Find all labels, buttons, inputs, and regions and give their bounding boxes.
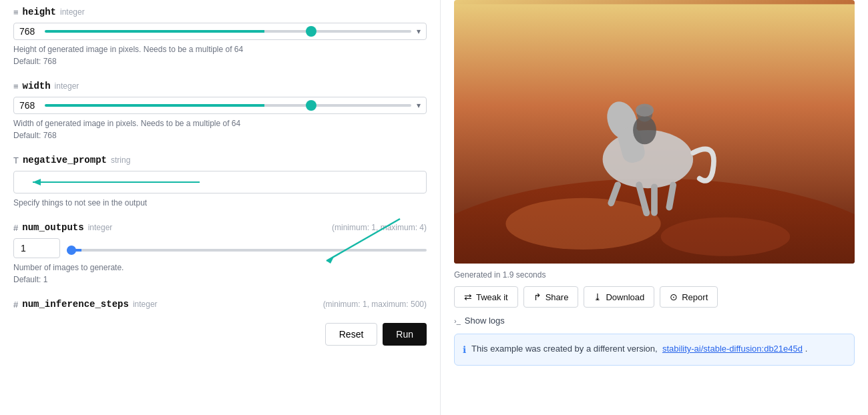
download-label: Download [606,292,644,302]
negative-prompt-field-block: T negative_prompt string Specify things … [13,155,427,209]
width-label: ≡ width integer [13,81,427,91]
svg-point-6 [505,198,660,250]
num-inference-steps-field-name: num_inference_steps [22,299,129,310]
info-text: This example was created by a different … [471,342,807,356]
info-icon: ℹ [463,343,466,357]
generated-image [454,0,855,264]
width-field-block: ≡ width integer 768 ▾ Width of generated… [13,81,427,141]
num-outputs-label: # num_outputs integer (minimum: 1, maxim… [13,222,427,233]
height-prefix-icon: ≡ [13,7,19,17]
width-desc: Width of generated image in pixels. Need… [13,117,427,141]
negative-prompt-field-type: string [111,155,130,165]
width-field-type: integer [55,81,79,91]
negative-prompt-prefix-icon: T [13,155,19,165]
share-icon: ↱ [533,292,541,302]
height-label: ≡ height integer [13,7,427,17]
height-field-block: ≡ height integer 768 ▾ Height of generat… [13,7,427,67]
num-outputs-field-type: integer [88,223,113,232]
num-inference-steps-field-block: # num_inference_steps integer (minimum: … [13,299,427,310]
negative-prompt-input[interactable] [19,177,421,187]
show-logs-row[interactable]: ›_ Show logs [454,316,855,326]
num-inference-steps-field-type: integer [133,300,158,309]
height-desc: Height of generated image in pixels. Nee… [13,43,427,67]
show-logs-arrow-icon: ›_ [454,317,461,325]
width-dropdown-arrow[interactable]: ▾ [417,101,421,110]
info-box: ℹ This example was created by a differen… [454,334,855,366]
action-buttons: ⇄ Tweak it ↱ Share ⤓ Download ⊙ Report [454,286,855,308]
negative-prompt-label: T negative_prompt string [13,155,427,165]
num-outputs-slider[interactable] [67,249,427,252]
download-button[interactable]: ⤓ Download [584,286,654,308]
width-field-name: width [23,81,51,91]
num-outputs-row [13,238,427,258]
right-panel: Generated in 1.9 seconds ⇄ Tweak it ↱ Sh… [441,0,868,415]
svg-point-17 [636,103,654,116]
download-icon: ⤓ [594,292,602,302]
height-slider-container[interactable]: 768 ▾ [13,23,427,40]
num-outputs-prefix-icon: # [13,223,18,233]
negative-prompt-field-name: negative_prompt [23,155,107,165]
num-inference-steps-constraint: (minimum: 1, maximum: 500) [323,300,427,309]
negative-prompt-desc: Specify things to not see in the output [13,197,427,209]
gen-time: Generated in 1.9 seconds [454,270,855,280]
num-outputs-slider-wrap [67,243,427,254]
tweak-icon: ⇄ [464,292,472,302]
horse-image-svg [454,0,855,264]
tweak-label: Tweak it [476,292,508,302]
num-outputs-desc: Number of images to generate. Default: 1 [13,262,427,286]
num-inference-steps-label: # num_inference_steps integer (minimum: … [13,299,427,310]
num-outputs-field-block: # num_outputs integer (minimum: 1, maxim… [13,222,427,286]
share-button[interactable]: ↱ Share [523,286,579,308]
svg-point-7 [661,218,791,256]
width-prefix-icon: ≡ [13,81,19,91]
height-dropdown-arrow[interactable]: ▾ [417,27,421,36]
run-button[interactable]: Run [383,323,427,346]
show-logs-label: Show logs [465,316,505,326]
height-value: 768 [19,26,39,37]
width-slider[interactable] [45,104,411,107]
width-value: 768 [19,100,39,111]
num-outputs-field-name: num_outputs [22,222,83,233]
width-slider-container[interactable]: 768 ▾ [13,97,427,114]
bottom-buttons: Reset Run [13,323,427,346]
negative-prompt-input-container[interactable] [13,171,427,193]
num-inference-steps-prefix-icon: # [13,300,18,310]
num-outputs-input[interactable] [13,238,60,258]
num-outputs-constraint: (minimum: 1, maximum: 4) [332,223,427,232]
svg-rect-12 [651,183,658,216]
tweak-button[interactable]: ⇄ Tweak it [454,286,518,308]
height-slider[interactable] [45,30,411,33]
share-label: Share [546,292,569,302]
height-field-type: integer [60,7,85,17]
left-panel: ≡ height integer 768 ▾ Height of generat… [0,0,441,415]
report-label: Report [682,292,708,302]
height-field-name: height [23,7,56,17]
report-button[interactable]: ⊙ Report [660,286,718,308]
report-icon: ⊙ [670,292,678,302]
reset-button[interactable]: Reset [325,323,378,346]
info-link[interactable]: stability-ai/stable-diffusion:db21e45d [662,344,803,354]
